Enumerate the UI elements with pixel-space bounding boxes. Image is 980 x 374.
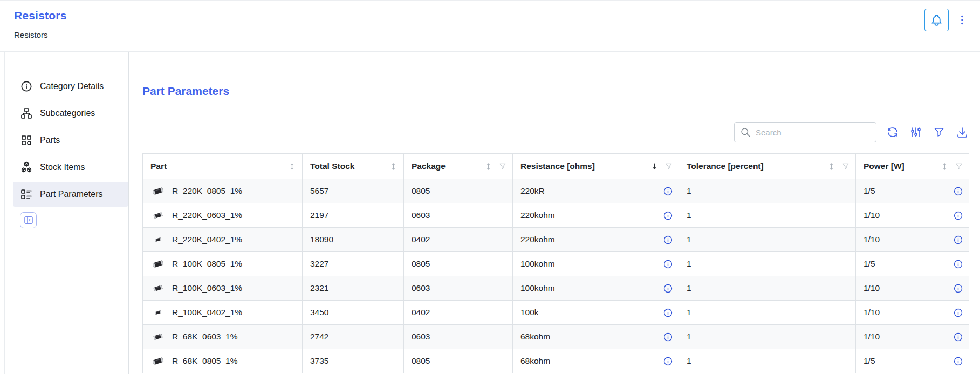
column-label: Package	[412, 161, 446, 171]
part-name: R_220K_0805_1%	[172, 186, 242, 196]
info-icon[interactable]	[663, 356, 673, 366]
search-input[interactable]	[756, 128, 871, 137]
panel-title: Part Parameters	[142, 52, 969, 98]
part-thumbnail[interactable]	[150, 257, 165, 271]
info-icon[interactable]	[663, 283, 673, 294]
column-header-tolerance-percent[interactable]: Tolerance [percent]	[679, 154, 856, 179]
info-icon[interactable]	[953, 332, 963, 342]
sort-icon[interactable]	[484, 162, 493, 171]
sidebar-collapse-icon	[23, 215, 34, 226]
table-row[interactable]: R_100K_0402_1% 3450 0402 100k 1 1/10	[143, 301, 969, 325]
header-actions	[924, 9, 969, 31]
part-parameters-table: Part Total Stock Package Resistance [ohm…	[142, 153, 969, 373]
refresh-button[interactable]	[886, 125, 900, 139]
info-icon[interactable]	[953, 283, 963, 294]
sort-desc-icon[interactable]	[650, 162, 659, 171]
sort-icon[interactable]	[389, 162, 398, 171]
total-stock-cell: 5657	[303, 179, 404, 203]
part-thumbnail[interactable]	[150, 184, 165, 199]
download-button[interactable]	[955, 125, 969, 139]
sidebar-item-label: Part Parameters	[40, 189, 102, 199]
table-row[interactable]: R_220K_0402_1% 18090 0402 220kohm 1 1/10	[143, 228, 969, 252]
info-icon[interactable]	[663, 332, 673, 342]
tolerance-cell: 1	[679, 349, 856, 373]
column-header-package[interactable]: Package	[404, 154, 513, 179]
total-stock-cell: 3227	[303, 252, 404, 276]
column-label: Tolerance [percent]	[687, 161, 764, 171]
column-header-resistance-ohms[interactable]: Resistance [ohms]	[513, 154, 679, 179]
sort-icon[interactable]	[940, 162, 949, 171]
search-box	[734, 122, 876, 142]
breadcrumb[interactable]: Resistors	[14, 30, 966, 39]
sort-icon[interactable]	[287, 162, 297, 171]
table-row[interactable]: R_220K_0603_1% 2197 0603 220kohm 1 1/10	[143, 203, 969, 228]
info-icon[interactable]	[953, 259, 963, 269]
filter-button[interactable]	[932, 125, 946, 139]
info-icon[interactable]	[663, 308, 673, 318]
resistance-value: 100k	[520, 308, 663, 317]
info-icon[interactable]	[663, 235, 673, 245]
column-filter-icon[interactable]	[664, 162, 673, 171]
info-icon[interactable]	[953, 235, 963, 245]
table-row[interactable]: R_100K_0603_1% 2321 0603 100kohm 1 1/10	[143, 276, 969, 301]
tolerance-cell: 1	[679, 301, 856, 325]
part-name: R_100K_0402_1%	[172, 308, 242, 317]
info-icon[interactable]	[663, 186, 673, 196]
package-cell: 0603	[404, 203, 513, 228]
column-header-part[interactable]: Part	[143, 154, 303, 179]
total-stock-cell: 2742	[303, 325, 404, 349]
info-icon[interactable]	[663, 259, 673, 269]
package-cell: 0805	[404, 179, 513, 203]
info-icon[interactable]	[953, 308, 963, 318]
sidebar-item-subcategories[interactable]: Subcategories	[13, 101, 128, 126]
tolerance-cell: 1	[679, 325, 856, 349]
sidebar-item-category-details[interactable]: Category Details	[13, 74, 128, 99]
resistance-value: 100kohm	[520, 259, 663, 269]
part-thumbnail[interactable]	[150, 233, 165, 247]
column-header-power-w[interactable]: Power [W]	[856, 154, 969, 179]
resistance-value: 100kohm	[520, 283, 663, 293]
kebab-menu-button[interactable]	[955, 9, 969, 31]
info-icon[interactable]	[953, 186, 963, 196]
sidebar-item-parts[interactable]: Parts	[13, 128, 128, 153]
tolerance-cell: 1	[679, 179, 856, 203]
table-row[interactable]: R_220K_0805_1% 5657 0805 220kR 1 1/5	[143, 179, 969, 203]
part-thumbnail[interactable]	[150, 354, 165, 369]
info-icon[interactable]	[663, 210, 673, 221]
package-cell: 0402	[404, 301, 513, 325]
column-filter-icon[interactable]	[955, 162, 963, 171]
table-header-row: Part Total Stock Package Resistance [ohm…	[143, 154, 969, 179]
part-thumbnail[interactable]	[150, 305, 165, 320]
sidebar-item-stock-items[interactable]: Stock Items	[13, 155, 128, 180]
adjustments-button[interactable]	[909, 125, 923, 139]
sidebar-item-part-parameters[interactable]: Part Parameters	[13, 182, 128, 207]
notifications-button[interactable]	[924, 9, 949, 31]
resistance-value: 68kohm	[520, 332, 663, 342]
info-circle-icon	[20, 80, 33, 93]
table-row[interactable]: R_68K_0603_1% 2742 0603 68kohm 1 1/10	[143, 325, 969, 349]
part-thumbnail[interactable]	[150, 208, 165, 223]
table-row[interactable]: R_100K_0805_1% 3227 0805 100kohm 1 1/5	[143, 252, 969, 276]
list-details-icon	[20, 188, 33, 201]
package-cell: 0805	[404, 252, 513, 276]
column-header-total-stock[interactable]: Total Stock	[303, 154, 404, 179]
category-icon	[20, 134, 33, 147]
sidebar-collapse-button[interactable]	[20, 212, 37, 228]
refresh-icon	[886, 126, 899, 139]
power-value: 1/5	[864, 356, 953, 366]
power-value: 1/5	[864, 186, 953, 196]
total-stock-cell: 3450	[303, 301, 404, 325]
table-row[interactable]: R_68K_0805_1% 3735 0805 68kohm 1 1/5	[143, 349, 969, 373]
info-icon[interactable]	[953, 356, 963, 366]
content-area: Category Details Subcategories Parts Sto…	[4, 52, 980, 374]
resistance-value: 220kohm	[520, 235, 663, 244]
sidebar: Category Details Subcategories Parts Sto…	[5, 52, 128, 374]
part-thumbnail[interactable]	[150, 281, 165, 296]
sort-icon[interactable]	[827, 162, 836, 171]
page-title: Resistors	[14, 9, 966, 22]
column-filter-icon[interactable]	[498, 162, 507, 171]
column-filter-icon[interactable]	[841, 162, 850, 171]
info-icon[interactable]	[953, 210, 963, 221]
column-label: Resistance [ohms]	[520, 161, 595, 171]
part-thumbnail[interactable]	[150, 330, 165, 344]
